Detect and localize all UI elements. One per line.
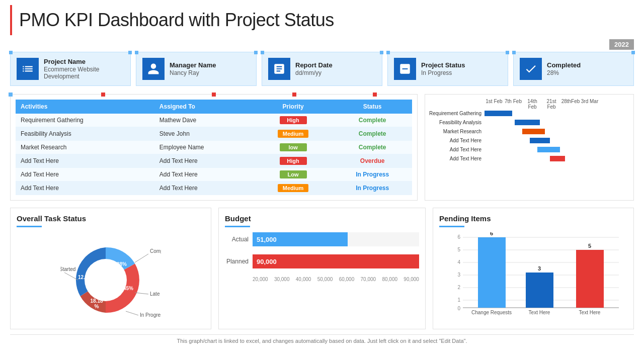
gantt-bars-area: [485, 146, 629, 153]
manager-icon: [147, 62, 160, 75]
budget-title: Budget: [225, 214, 419, 223]
task-status-title: Overall Task Status: [17, 214, 205, 223]
gantt-bars-area: [485, 155, 629, 162]
gantt-date-label: 14th Feb: [523, 99, 542, 110]
gantt-bar: [515, 120, 540, 125]
project-icon-box: [17, 58, 39, 80]
page-title: PMO KPI Dashboard with Project Status: [19, 10, 334, 31]
cell-activity: Requirement Gathering: [16, 114, 154, 127]
status-text: Complete: [359, 117, 386, 124]
gantt-date-label: 28thFeb: [561, 99, 580, 110]
gantt-date-label: 3rd Mar: [580, 99, 599, 110]
kpi-status-label: Project Status: [421, 61, 465, 69]
cell-priority: High: [254, 114, 333, 127]
gantt-row-label: Feasibility Analysis: [429, 120, 485, 125]
svg-text:3: 3: [457, 272, 460, 278]
cell-assigned: Add Text Here: [154, 182, 254, 195]
gantt-bar: [537, 147, 560, 152]
report-icon-box: [268, 58, 290, 80]
gantt-bar: [550, 156, 565, 161]
task-underline: [17, 226, 42, 227]
kpi-completed-value: 28%: [547, 69, 581, 76]
gantt-row-label: Add Text Here: [429, 156, 485, 161]
svg-text:6: 6: [490, 232, 493, 236]
bottom-row: Overall Task Status 27.28%: [10, 208, 634, 329]
project-icon: [21, 62, 34, 75]
task-status-section: Overall Task Status 27.28%: [10, 208, 211, 329]
cell-assigned: Mathew Dave: [154, 114, 254, 127]
cell-priority: Medium: [254, 182, 333, 195]
svg-text:Complete: Complete: [150, 248, 161, 254]
gantt-row: Add Text Here: [429, 137, 629, 144]
svg-text:In Progress: In Progress: [140, 312, 161, 318]
svg-text:2: 2: [457, 285, 460, 290]
middle-row: Activities Assigned To Priority Status R…: [10, 94, 634, 201]
svg-line-6: [135, 254, 148, 262]
table-row: Feasibility Analysis Steve John Medium C…: [16, 127, 412, 141]
svg-text:0: 0: [457, 306, 460, 311]
kpi-project-text: Project Name Ecommerce Website Developme…: [44, 58, 124, 80]
budget-actual-row: Actual 51,000: [225, 232, 419, 246]
col-assigned: Assigned To: [154, 100, 254, 114]
status-icon: [398, 62, 412, 75]
cell-assigned: Add Text Here: [154, 154, 254, 168]
svg-text:5: 5: [588, 243, 591, 249]
status-text: In Progress: [356, 171, 389, 178]
cell-priority: High: [254, 154, 333, 168]
cell-activity: Market Research: [16, 141, 154, 154]
svg-text:18.18: 18.18: [90, 298, 103, 304]
budget-section: Budget Actual 51,000 Planned 90,000: [218, 208, 426, 329]
gantt-row: Feasibility Analysis: [429, 119, 629, 126]
table-row: Requirement Gathering Mathew Dave High C…: [16, 114, 412, 127]
gantt-row-label: Market Research: [429, 129, 485, 134]
gantt-bar: [522, 129, 545, 134]
kpi-project-value: Ecommerce Website Development: [44, 66, 124, 80]
cell-status: Complete: [333, 141, 412, 154]
budget-planned-bar-wrap: 90,000: [253, 254, 419, 268]
kpi-manager-value: Nancy Ray: [170, 69, 216, 76]
budget-actual-value: 51,000: [257, 236, 277, 243]
pending-chart-svg: 6 5 4 3 2 1 0 6 3 5: [439, 232, 627, 315]
report-icon: [273, 62, 286, 75]
kpi-card-manager: Manager Name Nancy Ray: [136, 52, 257, 86]
priority-badge: High: [280, 116, 307, 124]
gantt-bar: [530, 138, 550, 143]
bar-text-here-2: [576, 250, 604, 308]
year-badge-row: 2022: [10, 39, 634, 50]
kpi-report-value: dd/mm/yy: [295, 69, 333, 76]
cell-status: In Progress: [333, 168, 412, 182]
svg-line-12: [64, 273, 78, 280]
gantt-row-label: Requirement Gathering: [429, 111, 485, 116]
cell-activity: Feasibility Analysis: [16, 127, 154, 141]
footer-note: This graph/chart is linked to excel, and…: [10, 334, 634, 347]
year-badge: 2022: [609, 39, 634, 50]
cell-status: Complete: [333, 114, 412, 127]
svg-text:4: 4: [457, 259, 460, 265]
status-text: In Progress: [356, 185, 389, 192]
table-row: Market Research Employee Name low Comple…: [16, 141, 412, 154]
gantt-bars-area: [485, 119, 629, 126]
kpi-card-project: Project Name Ecommerce Website Developme…: [10, 52, 131, 86]
svg-text:%: %: [95, 304, 99, 309]
gantt-date-label: 7th Feb: [504, 99, 523, 110]
svg-line-10: [126, 311, 138, 315]
svg-text:Change Requests: Change Requests: [471, 310, 512, 315]
kpi-row: Project Name Ecommerce Website Developme…: [10, 52, 634, 86]
priority-badge: low: [280, 143, 307, 151]
kpi-completed-label: Completed: [547, 61, 581, 69]
budget-actual-bar: 51,000: [253, 232, 348, 246]
header-bar: PMO KPI Dashboard with Project Status: [10, 5, 634, 35]
pending-section: Pending Items 6 5 4 3 2 1: [433, 208, 634, 329]
kpi-card-status: Project Status In Progress: [387, 52, 508, 86]
col-priority: Priority: [254, 100, 333, 114]
gantt-row-label: Add Text Here: [429, 138, 485, 143]
gantt-date-label: 21st Feb: [542, 99, 561, 110]
kpi-manager-text: Manager Name Nancy Ray: [170, 61, 216, 76]
svg-text:Text Here: Text Here: [579, 310, 601, 315]
red-accent-line: [10, 5, 12, 35]
gantt-bars-area: [485, 128, 629, 135]
table-row: Add Text Here Add Text Here Low In Progr…: [16, 168, 412, 182]
donut-area: 27.28% 42.45% 18.18 % 12.09% Complete La…: [17, 232, 205, 323]
cell-priority: Medium: [254, 127, 333, 141]
svg-text:12.09%: 12.09%: [78, 275, 95, 280]
